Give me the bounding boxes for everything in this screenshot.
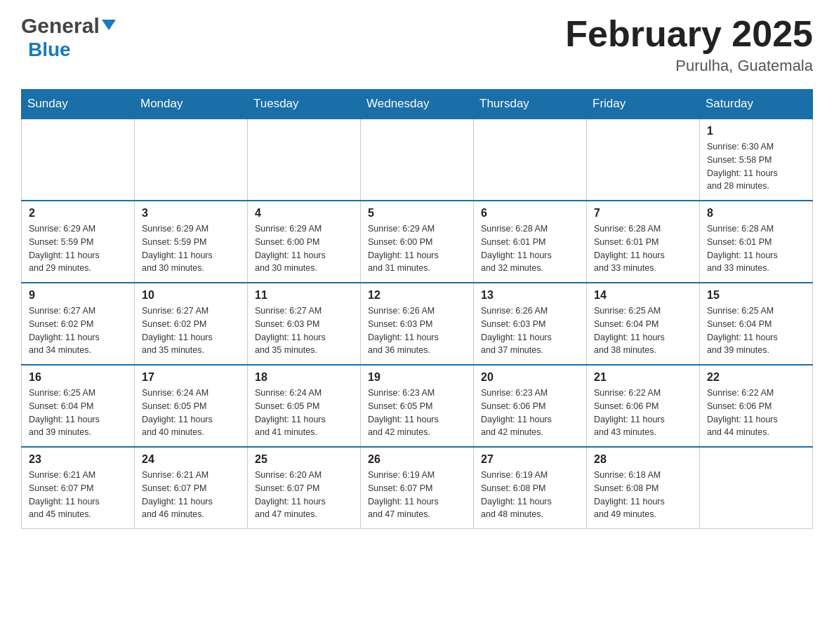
table-row: 23Sunrise: 6:21 AM Sunset: 6:07 PM Dayli…	[22, 447, 135, 529]
day-number: 17	[142, 371, 240, 384]
page-header: General Blue February 2025 Purulha, Guat…	[21, 14, 813, 75]
table-row: 19Sunrise: 6:23 AM Sunset: 6:05 PM Dayli…	[361, 365, 474, 447]
calendar-week-row: 2Sunrise: 6:29 AM Sunset: 5:59 PM Daylig…	[22, 201, 813, 283]
day-info: Sunrise: 6:25 AM Sunset: 6:04 PM Dayligh…	[29, 387, 127, 439]
day-info: Sunrise: 6:19 AM Sunset: 6:07 PM Dayligh…	[368, 469, 466, 521]
calendar-week-row: 16Sunrise: 6:25 AM Sunset: 6:04 PM Dayli…	[22, 365, 813, 447]
day-info: Sunrise: 6:29 AM Sunset: 6:00 PM Dayligh…	[255, 222, 353, 275]
table-row: 14Sunrise: 6:25 AM Sunset: 6:04 PM Dayli…	[587, 283, 700, 365]
table-row: 11Sunrise: 6:27 AM Sunset: 6:03 PM Dayli…	[248, 283, 361, 365]
table-row	[587, 119, 700, 201]
day-info: Sunrise: 6:27 AM Sunset: 6:02 PM Dayligh…	[142, 304, 240, 357]
day-info: Sunrise: 6:22 AM Sunset: 6:06 PM Dayligh…	[707, 387, 805, 439]
day-number: 8	[707, 207, 805, 220]
location: Purulha, Guatemala	[565, 57, 813, 75]
day-number: 28	[594, 453, 692, 466]
logo-row2: Blue	[28, 39, 116, 61]
table-row: 15Sunrise: 6:25 AM Sunset: 6:04 PM Dayli…	[700, 283, 813, 365]
logo-triangle-icon	[102, 20, 116, 30]
day-number: 26	[368, 453, 466, 466]
day-info: Sunrise: 6:23 AM Sunset: 6:06 PM Dayligh…	[481, 387, 579, 439]
day-number: 21	[594, 371, 692, 384]
table-row	[22, 119, 135, 201]
day-info: Sunrise: 6:30 AM Sunset: 5:58 PM Dayligh…	[707, 140, 805, 193]
table-row: 27Sunrise: 6:19 AM Sunset: 6:08 PM Dayli…	[474, 447, 587, 529]
day-info: Sunrise: 6:29 AM Sunset: 6:00 PM Dayligh…	[368, 222, 466, 275]
table-row: 28Sunrise: 6:18 AM Sunset: 6:08 PM Dayli…	[587, 447, 700, 529]
table-row: 22Sunrise: 6:22 AM Sunset: 6:06 PM Dayli…	[700, 365, 813, 447]
table-row: 20Sunrise: 6:23 AM Sunset: 6:06 PM Dayli…	[474, 365, 587, 447]
day-info: Sunrise: 6:29 AM Sunset: 5:59 PM Dayligh…	[142, 222, 240, 275]
table-row: 9Sunrise: 6:27 AM Sunset: 6:02 PM Daylig…	[22, 283, 135, 365]
day-number: 2	[29, 207, 127, 220]
table-row: 13Sunrise: 6:26 AM Sunset: 6:03 PM Dayli…	[474, 283, 587, 365]
day-info: Sunrise: 6:22 AM Sunset: 6:06 PM Dayligh…	[594, 387, 692, 439]
day-number: 6	[481, 207, 579, 220]
table-row	[361, 119, 474, 201]
day-info: Sunrise: 6:21 AM Sunset: 6:07 PM Dayligh…	[29, 469, 127, 521]
day-number: 4	[255, 207, 353, 220]
day-info: Sunrise: 6:28 AM Sunset: 6:01 PM Dayligh…	[707, 222, 805, 275]
day-info: Sunrise: 6:23 AM Sunset: 6:05 PM Dayligh…	[368, 387, 466, 439]
col-sunday: Sunday	[22, 90, 135, 119]
logo-row1: General	[21, 14, 116, 39]
day-number: 11	[255, 289, 353, 302]
col-wednesday: Wednesday	[361, 90, 474, 119]
day-number: 14	[594, 289, 692, 302]
table-row	[700, 447, 813, 529]
col-thursday: Thursday	[474, 90, 587, 119]
col-tuesday: Tuesday	[248, 90, 361, 119]
table-row: 2Sunrise: 6:29 AM Sunset: 5:59 PM Daylig…	[22, 201, 135, 283]
day-number: 24	[142, 453, 240, 466]
day-number: 20	[481, 371, 579, 384]
table-row: 12Sunrise: 6:26 AM Sunset: 6:03 PM Dayli…	[361, 283, 474, 365]
table-row: 7Sunrise: 6:28 AM Sunset: 6:01 PM Daylig…	[587, 201, 700, 283]
day-number: 5	[368, 207, 466, 220]
day-number: 25	[255, 453, 353, 466]
calendar-week-row: 23Sunrise: 6:21 AM Sunset: 6:07 PM Dayli…	[22, 447, 813, 529]
table-row	[135, 119, 248, 201]
day-info: Sunrise: 6:19 AM Sunset: 6:08 PM Dayligh…	[481, 469, 579, 521]
table-row: 25Sunrise: 6:20 AM Sunset: 6:07 PM Dayli…	[248, 447, 361, 529]
day-info: Sunrise: 6:27 AM Sunset: 6:02 PM Dayligh…	[29, 304, 127, 357]
day-info: Sunrise: 6:29 AM Sunset: 5:59 PM Dayligh…	[29, 222, 127, 275]
table-row: 17Sunrise: 6:24 AM Sunset: 6:05 PM Dayli…	[135, 365, 248, 447]
day-number: 10	[142, 289, 240, 302]
day-info: Sunrise: 6:20 AM Sunset: 6:07 PM Dayligh…	[255, 469, 353, 521]
table-row: 3Sunrise: 6:29 AM Sunset: 5:59 PM Daylig…	[135, 201, 248, 283]
day-info: Sunrise: 6:25 AM Sunset: 6:04 PM Dayligh…	[594, 304, 692, 357]
month-title: February 2025	[565, 14, 813, 54]
day-number: 15	[707, 289, 805, 302]
day-info: Sunrise: 6:18 AM Sunset: 6:08 PM Dayligh…	[594, 469, 692, 521]
calendar-table: Sunday Monday Tuesday Wednesday Thursday…	[21, 89, 813, 529]
title-block: February 2025 Purulha, Guatemala	[565, 14, 813, 75]
day-number: 19	[368, 371, 466, 384]
day-number: 3	[142, 207, 240, 220]
table-row: 16Sunrise: 6:25 AM Sunset: 6:04 PM Dayli…	[22, 365, 135, 447]
day-number: 22	[707, 371, 805, 384]
day-info: Sunrise: 6:24 AM Sunset: 6:05 PM Dayligh…	[255, 387, 353, 439]
calendar-header-row: Sunday Monday Tuesday Wednesday Thursday…	[22, 90, 813, 119]
day-info: Sunrise: 6:28 AM Sunset: 6:01 PM Dayligh…	[594, 222, 692, 275]
day-number: 18	[255, 371, 353, 384]
day-number: 16	[29, 371, 127, 384]
day-number: 27	[481, 453, 579, 466]
day-info: Sunrise: 6:24 AM Sunset: 6:05 PM Dayligh…	[142, 387, 240, 439]
table-row: 21Sunrise: 6:22 AM Sunset: 6:06 PM Dayli…	[587, 365, 700, 447]
table-row: 10Sunrise: 6:27 AM Sunset: 6:02 PM Dayli…	[135, 283, 248, 365]
day-info: Sunrise: 6:28 AM Sunset: 6:01 PM Dayligh…	[481, 222, 579, 275]
table-row: 24Sunrise: 6:21 AM Sunset: 6:07 PM Dayli…	[135, 447, 248, 529]
table-row: 8Sunrise: 6:28 AM Sunset: 6:01 PM Daylig…	[700, 201, 813, 283]
logo: General Blue	[21, 14, 116, 61]
logo-blue-text: Blue	[28, 39, 71, 61]
day-number: 13	[481, 289, 579, 302]
col-monday: Monday	[135, 90, 248, 119]
table-row: 1Sunrise: 6:30 AM Sunset: 5:58 PM Daylig…	[700, 119, 813, 201]
day-number: 9	[29, 289, 127, 302]
table-row: 6Sunrise: 6:28 AM Sunset: 6:01 PM Daylig…	[474, 201, 587, 283]
table-row: 5Sunrise: 6:29 AM Sunset: 6:00 PM Daylig…	[361, 201, 474, 283]
day-info: Sunrise: 6:27 AM Sunset: 6:03 PM Dayligh…	[255, 304, 353, 357]
col-friday: Friday	[587, 90, 700, 119]
day-info: Sunrise: 6:25 AM Sunset: 6:04 PM Dayligh…	[707, 304, 805, 357]
calendar-week-row: 1Sunrise: 6:30 AM Sunset: 5:58 PM Daylig…	[22, 119, 813, 201]
